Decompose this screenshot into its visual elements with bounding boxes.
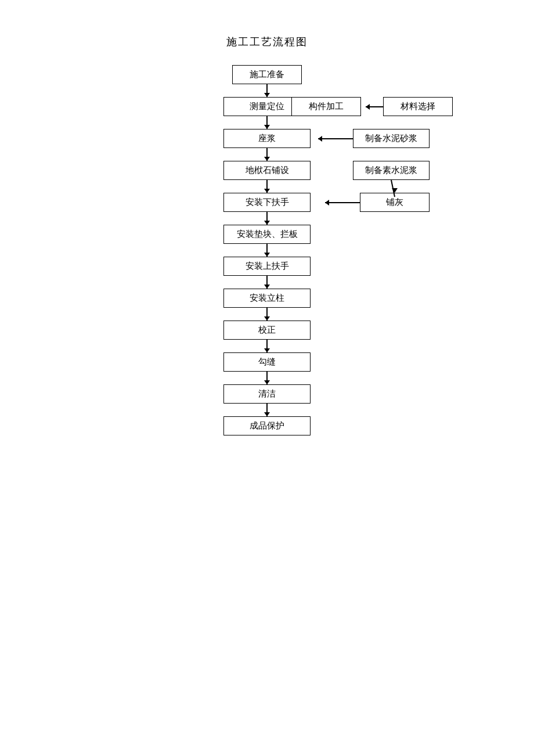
arrow-9 — [266, 340, 268, 352]
arrow-7 — [266, 276, 268, 289]
box-goufeng: 勾缝 — [223, 352, 311, 372]
arrow-to-xia-fushou — [325, 202, 360, 203]
page-title: 施工工艺流程图 — [226, 35, 308, 49]
arrow-2 — [266, 116, 268, 129]
arrow-to-zuojiang — [318, 138, 353, 139]
step-celiang-dingwei: 测量定位 构件加工 材料选择 — [70, 97, 464, 129]
step-anzhuang-shang-fushou: 安装上扶手 — [70, 257, 464, 289]
step-jiaozheng: 校正 — [70, 321, 464, 352]
flowchart: 施工准备 测量定位 构件加工 材料选择 座浆 制备水泥砂浆 — [70, 65, 464, 435]
arrow-5 — [266, 212, 268, 225]
arrow-3 — [266, 148, 268, 161]
box-zuojiang: 座浆 — [223, 129, 311, 148]
box-zhibei-su-shuinijiang: 制备素水泥浆 — [353, 161, 430, 180]
arrow-cailiao-goujian — [366, 106, 383, 107]
step-goufeng: 勾缝 — [70, 352, 464, 384]
box-anzhuang-shang-fushou: 安装上扶手 — [223, 257, 311, 276]
arrow-10 — [266, 372, 268, 384]
step-dipushi: 地栿石铺设 制备素水泥浆 — [70, 161, 464, 193]
side-group-step4: 制备素水泥浆 — [318, 161, 430, 180]
step-anzhuang-xia-fushou: 安装下扶手 铺灰 — [70, 193, 464, 225]
box-puhui: 铺灰 — [360, 193, 430, 212]
step-anzhuang-dian-kuai: 安装垫块、拦板 — [70, 225, 464, 257]
box-qingjie: 清洁 — [223, 384, 311, 404]
side-group-step3: 制备水泥砂浆 — [318, 129, 430, 148]
box-goujian-jiagong: 构件加工 — [291, 97, 361, 116]
arrow-8 — [266, 308, 268, 321]
step-qingjie: 清洁 — [70, 384, 464, 416]
box-chengpin-baohu: 成品保护 — [223, 416, 311, 435]
box-shigong-zhunbei: 施工准备 — [232, 65, 302, 84]
arrow-6 — [266, 244, 268, 257]
box-cailiao-xuanze: 材料选择 — [383, 97, 453, 116]
side-group-step5: 铺灰 — [325, 193, 430, 212]
box-jiaozheng: 校正 — [223, 321, 311, 340]
box-anzhuang-xia-fushou: 安装下扶手 — [223, 193, 311, 212]
box-dipushi: 地栿石铺设 — [223, 161, 311, 180]
step-shigong-zhunbei: 施工准备 — [70, 65, 464, 97]
arrow-4 — [266, 180, 268, 193]
arrow-1 — [266, 84, 268, 97]
step-chengpin-baohu: 成品保护 — [70, 416, 464, 435]
arrow-11 — [266, 404, 268, 416]
step-anzhuang-lizhu: 安装立柱 — [70, 289, 464, 321]
box-anzhuang-lizhu: 安装立柱 — [223, 289, 311, 308]
box-anzhuang-dian-kuai: 安装垫块、拦板 — [223, 225, 311, 244]
box-zhibei-shuini-shajiang: 制备水泥砂浆 — [353, 129, 430, 148]
step-zuojiang: 座浆 制备水泥砂浆 — [70, 129, 464, 161]
